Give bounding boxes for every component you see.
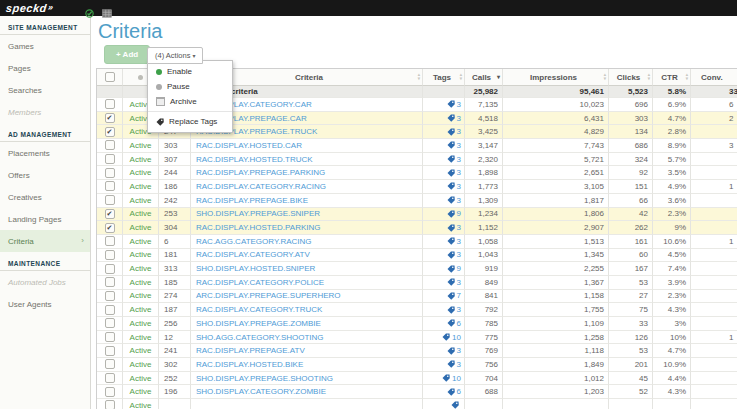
sidebar-item-user-agents[interactable]: User Agents — [0, 293, 90, 315]
row-checkbox[interactable] — [105, 236, 115, 246]
column-header-tags[interactable]: Tags▴▾ — [423, 69, 465, 86]
select-all-checkbox[interactable] — [105, 72, 115, 82]
tag-icon[interactable] — [447, 251, 455, 259]
tag-icon[interactable] — [447, 237, 455, 245]
row-checkbox[interactable] — [105, 113, 115, 123]
cell-criteria: RAC.AGG.CATEGORY.RACING — [191, 235, 423, 249]
dropdown-item-enable[interactable]: Enable — [148, 64, 232, 79]
row-checkbox[interactable] — [105, 387, 115, 397]
criteria-link[interactable]: SHO.AGG.CATEGORY.SHOOTING — [196, 333, 324, 342]
tag-icon[interactable] — [447, 196, 455, 204]
column-header-clicks[interactable]: Clicks▴▾ — [609, 69, 653, 86]
row-checkbox[interactable] — [105, 127, 115, 137]
row-checkbox[interactable] — [105, 181, 115, 191]
actions-button[interactable]: (4) Actions▾ — [147, 47, 203, 64]
sidebar-item-criteria[interactable]: Criteria› — [0, 230, 90, 252]
column-header-impressions[interactable]: Impressions▴▾ — [503, 69, 609, 86]
archive-icon — [156, 97, 165, 106]
column-header-calls[interactable]: Calls▾ — [465, 69, 503, 86]
dropdown-item-archive[interactable]: Archive — [148, 94, 232, 109]
cell-select — [97, 139, 123, 153]
tag-icon[interactable] — [451, 401, 459, 409]
tag-icon[interactable] — [447, 100, 455, 108]
criteria-link[interactable]: RAC.DISPLAY.HOSTED.CAR — [196, 141, 302, 150]
row-checkbox[interactable] — [105, 359, 115, 369]
tag-icon[interactable] — [442, 333, 450, 341]
criteria-link[interactable]: RAC.DISPLAY.PREPAGE.ATV — [196, 346, 305, 355]
column-header-conv[interactable]: Conv.▴▾ — [691, 69, 737, 86]
criteria-link[interactable]: SHO.DISPLAY.PREPAGE.ZOMBIE — [196, 319, 321, 328]
column-header-ctr[interactable]: CTR▴▾ — [653, 69, 691, 86]
row-checkbox[interactable] — [105, 277, 115, 287]
app-logo[interactable]: speckd» — [5, 2, 54, 14]
sidebar-item-pages[interactable]: Pages — [0, 57, 90, 79]
row-checkbox[interactable] — [105, 332, 115, 342]
status-dot-icon — [138, 75, 143, 80]
cell-id: 313 — [159, 262, 191, 276]
tag-icon[interactable] — [447, 278, 455, 286]
tag-icon[interactable] — [447, 141, 455, 149]
cell-impressions: 1,203 — [503, 385, 609, 399]
tag-icon[interactable] — [447, 182, 455, 190]
row-checkbox[interactable] — [105, 195, 115, 205]
check-circle-icon[interactable] — [85, 4, 94, 13]
tag-icon[interactable] — [447, 319, 455, 327]
row-checkbox[interactable] — [105, 291, 115, 301]
criteria-link[interactable]: RAC.DISPLAY.HOSTED.TRUCK — [196, 155, 313, 164]
sidebar-item-placements[interactable]: Placements — [0, 142, 90, 164]
row-checkbox[interactable] — [105, 168, 115, 178]
criteria-link[interactable]: RAC.DISPLAY.HOSTED.PARKING — [196, 223, 320, 232]
row-checkbox[interactable] — [105, 99, 115, 109]
tag-icon[interactable] — [447, 210, 455, 218]
row-checkbox[interactable] — [105, 346, 115, 356]
row-checkbox[interactable] — [105, 209, 115, 219]
row-checkbox[interactable] — [105, 400, 115, 409]
tag-icon[interactable] — [447, 360, 455, 368]
row-checkbox[interactable] — [105, 250, 115, 260]
dropdown-item-pause[interactable]: Pause — [148, 79, 232, 94]
tag-icon[interactable] — [447, 347, 455, 355]
tag-icon[interactable] — [447, 155, 455, 163]
criteria-link[interactable]: ARC.DISPLAY.PREPAGE.SUPERHERO — [196, 291, 341, 300]
criteria-link[interactable]: SHO.DISPLAY.CATEGORY.ZOMBIE — [196, 387, 326, 396]
sidebar-item-offers[interactable]: Offers — [0, 164, 90, 186]
add-button[interactable]: + Add — [104, 45, 150, 64]
criteria-link[interactable]: RAC.DISPLAY.PREPAGE.BIKE — [196, 196, 308, 205]
sidebar-item-searches[interactable]: Searches — [0, 79, 90, 101]
criteria-link[interactable]: RAC.DISPLAY.CATEGORY.ATV — [196, 250, 310, 259]
row-checkbox[interactable] — [105, 264, 115, 274]
sidebar-item-creatives[interactable]: Creatives — [0, 186, 90, 208]
tag-icon[interactable] — [447, 114, 455, 122]
criteria-link[interactable]: RAC.DISPLAY.CATEGORY.POLICE — [196, 278, 324, 287]
tag-icon[interactable] — [447, 128, 455, 136]
sidebar-item-games[interactable]: Games — [0, 35, 90, 57]
criteria-link[interactable]: SHO.DISPLAY.PREPAGE.SNIPER — [196, 209, 320, 218]
tag-icon[interactable] — [447, 388, 455, 396]
tag-icon[interactable] — [447, 224, 455, 232]
tag-count: 7 — [457, 291, 461, 300]
criteria-link[interactable]: RAC.DISPLAY.PREPAGE.PARKING — [196, 168, 325, 177]
totals-clicks: 5,523 — [609, 86, 653, 98]
sidebar-item-landing-pages[interactable]: Landing Pages — [0, 208, 90, 230]
criteria-link[interactable]: SHO.DISPLAY.PREPAGE.SHOOTING — [196, 374, 333, 383]
cell-status: Active — [123, 180, 159, 194]
tag-icon[interactable] — [447, 265, 455, 273]
criteria-link[interactable]: SHO.DISPLAY.HOSTED.SNIPER — [196, 264, 315, 273]
cell-ctr: 2.3% — [653, 208, 691, 222]
tag-icon[interactable] — [447, 306, 455, 314]
tag-icon[interactable] — [447, 292, 455, 300]
tag-icon[interactable] — [447, 169, 455, 177]
criteria-link[interactable]: RAC.DISPLAY.HOSTED.BIKE — [196, 360, 303, 369]
row-checkbox[interactable] — [105, 305, 115, 315]
criteria-link[interactable]: RAC.DISPLAY.CATEGORY.TRUCK — [196, 305, 322, 314]
criteria-link[interactable]: RAC.DISPLAY.CATEGORY.RACING — [196, 182, 326, 191]
row-checkbox[interactable] — [105, 223, 115, 233]
dropdown-item-replace-tags[interactable]: Replace Tags — [148, 114, 232, 129]
tag-icon[interactable] — [442, 374, 450, 382]
row-checkbox[interactable] — [105, 373, 115, 383]
row-checkbox[interactable] — [105, 140, 115, 150]
row-checkbox[interactable] — [105, 318, 115, 328]
row-checkbox[interactable] — [105, 154, 115, 164]
grid-icon[interactable] — [102, 4, 111, 13]
criteria-link[interactable]: RAC.AGG.CATEGORY.RACING — [196, 237, 312, 246]
